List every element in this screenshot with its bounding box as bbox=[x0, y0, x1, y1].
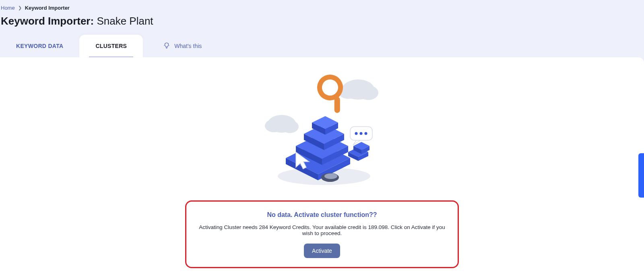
breadcrumb-home-link[interactable]: Home bbox=[1, 5, 15, 11]
whats-this-link[interactable]: What's this bbox=[163, 42, 202, 50]
chevron-right-icon: ❯ bbox=[18, 5, 22, 10]
svg-point-5 bbox=[265, 119, 283, 132]
breadcrumb-current: Keyword Importer bbox=[25, 5, 70, 11]
tab-keyword-data[interactable]: KEYWORD DATA bbox=[0, 35, 79, 57]
illustration-wrap bbox=[8, 73, 636, 190]
breadcrumb: Home ❯ Keyword Importer bbox=[0, 0, 644, 12]
page-title: Keyword Importer: Snake Plant bbox=[0, 12, 644, 35]
svg-point-29 bbox=[317, 74, 344, 101]
feedback-side-tab[interactable] bbox=[638, 153, 644, 198]
svg-point-32 bbox=[355, 132, 358, 135]
svg-line-3 bbox=[168, 44, 169, 44]
callout-message: Activating Cluster needs 284 Keyword Cre… bbox=[194, 224, 450, 236]
whats-this-label: What's this bbox=[174, 43, 202, 49]
callout-title: No data. Activate cluster function?? bbox=[194, 211, 450, 219]
activate-button[interactable]: Activate bbox=[304, 244, 340, 258]
svg-point-6 bbox=[281, 120, 299, 133]
activate-callout: No data. Activate cluster function?? Act… bbox=[185, 200, 459, 268]
tabs-row: KEYWORD DATA CLUSTERS What's this bbox=[0, 35, 644, 57]
svg-line-2 bbox=[165, 44, 165, 44]
page-title-prefix: Keyword Importer: bbox=[1, 15, 97, 27]
svg-point-33 bbox=[360, 132, 363, 135]
tab-clusters[interactable]: CLUSTERS bbox=[79, 35, 143, 57]
page-title-subject: Snake Plant bbox=[97, 15, 153, 27]
svg-point-36 bbox=[324, 173, 337, 179]
empty-state-illustration bbox=[258, 73, 386, 190]
content-panel: No data. Activate cluster function?? Act… bbox=[0, 57, 644, 275]
svg-point-34 bbox=[365, 132, 367, 135]
lightbulb-icon bbox=[163, 42, 170, 50]
svg-rect-30 bbox=[334, 97, 340, 113]
svg-point-9 bbox=[358, 85, 378, 100]
